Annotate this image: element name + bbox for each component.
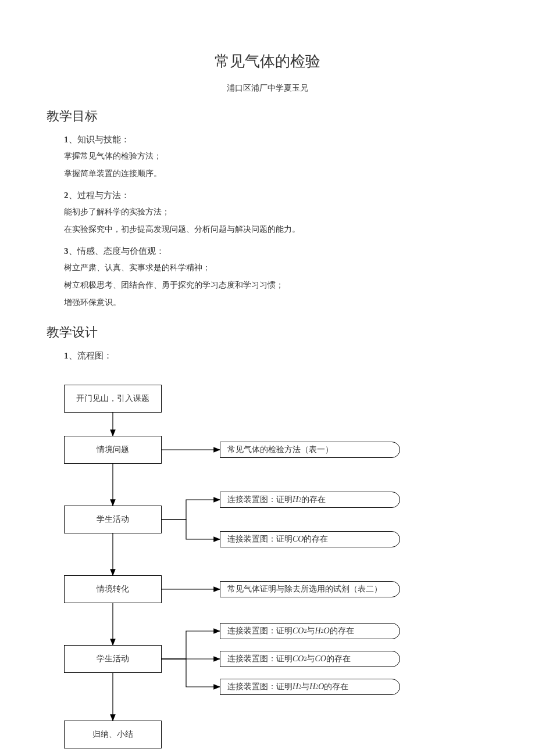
flow-node-scenario-transform: 情境转化 <box>64 575 162 603</box>
flow-node-summary: 归纳、小结 <box>64 721 162 748</box>
goal-3-head: 3、情感、态度与价值观： <box>64 246 535 257</box>
page-subtitle: 浦口区浦厂中学夏玉兄 <box>0 83 535 94</box>
goal-3-line-2: 树立积极思考、团结合作、勇于探究的学习态度和学习习惯； <box>64 279 535 292</box>
design-1-head: 1、流程图： <box>64 350 535 361</box>
goal-3-line-3: 增强环保意识。 <box>64 296 535 309</box>
flow-detail-table2: 常见气体证明与除去所选用的试剂（表二） <box>220 581 400 597</box>
goal-1-line-2: 掌握简单装置的连接顺序。 <box>64 167 535 180</box>
flow-detail-table1: 常见气体的检验方法（表一） <box>220 442 400 458</box>
flow-detail-co2-co: 连接装置图：证明CO2与CO的存在 <box>220 651 400 667</box>
flow-detail-co: 连接装置图：证明CO的存在 <box>220 531 400 547</box>
flow-node-student-activity-1: 学生活动 <box>64 506 162 533</box>
flow-detail-h2: 连接装置图：证明H2的存在 <box>220 492 400 508</box>
flowchart: 开门见山，引入课题 情境问题 学生活动 情境转化 学生活动 归纳、小结 常见气体… <box>64 385 488 756</box>
goal-1-line-1: 掌握常见气体的检验方法； <box>64 150 535 163</box>
goal-3-line-1: 树立严肃、认真、实事求是的科学精神； <box>64 261 535 274</box>
flow-node-intro: 开门见山，引入课题 <box>64 385 162 413</box>
flow-detail-co2-h2o: 连接装置图：证明CO2与H2O的存在 <box>220 623 400 639</box>
goal-2-line-1: 能初步了解科学的实验方法； <box>64 206 535 218</box>
goal-1-head: 1、知识与技能： <box>64 134 535 145</box>
page-title: 常见气体的检验 <box>0 0 535 71</box>
flow-node-student-activity-2: 学生活动 <box>64 645 162 673</box>
goal-2-line-2: 在实验探究中，初步提高发现问题、分析问题与解决问题的能力。 <box>64 223 535 236</box>
section-design-heading: 教学设计 <box>47 324 535 341</box>
goal-2-head: 2、过程与方法： <box>64 190 535 201</box>
section-goals-heading: 教学目标 <box>47 108 535 125</box>
flow-node-scenario-question: 情境问题 <box>64 436 162 464</box>
flow-detail-h2-h2o: 连接装置图：证明H2与H2O的存在 <box>220 679 400 695</box>
